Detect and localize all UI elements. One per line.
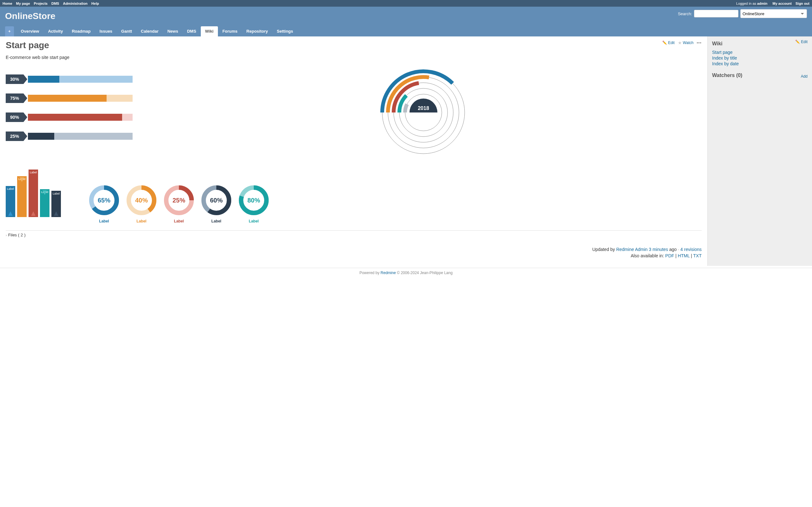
- sidebar-link-index-title[interactable]: Index by title: [712, 55, 737, 60]
- more-actions-icon[interactable]: •••: [697, 41, 702, 45]
- logged-as: Logged in as admin: [736, 2, 767, 5]
- tab-gantt[interactable]: Gantt: [117, 26, 136, 37]
- bar: Label: [40, 189, 49, 217]
- tab-activity[interactable]: Activity: [44, 26, 67, 37]
- progress-fill: [28, 76, 59, 83]
- nav-projects[interactable]: Projects: [34, 2, 48, 5]
- progress-fill: [28, 133, 54, 140]
- search-label: Search:: [678, 11, 692, 16]
- new-object-button[interactable]: +: [5, 26, 14, 37]
- progress-track: [28, 133, 133, 140]
- project-select[interactable]: OnlineStore: [740, 9, 807, 18]
- progress-label: 25%: [6, 131, 23, 141]
- tab-issues[interactable]: Issues: [95, 26, 117, 37]
- redmine-link[interactable]: Redmine: [380, 271, 396, 275]
- chevron-right-icon: ›: [6, 233, 7, 237]
- donut-label: Label: [88, 219, 120, 223]
- chart-progress-bars: 30%75%90%25%: [6, 65, 133, 160]
- donut-label: Label: [238, 219, 270, 223]
- donut-label: Label: [200, 219, 232, 223]
- bar: Label: [29, 170, 38, 217]
- tab-calendar[interactable]: Calendar: [136, 26, 163, 37]
- footer: Powered by Redmine © 2006-2024 Jean-Phil…: [0, 268, 812, 278]
- progress-label: 75%: [6, 94, 23, 103]
- tab-dms[interactable]: DMS: [183, 26, 201, 37]
- sidebar-watchers-heading: Watchers (0): [712, 72, 742, 78]
- nav-my-page[interactable]: My page: [16, 2, 30, 5]
- pencil-icon: [795, 40, 800, 44]
- wiki-content: E-commerce web site start page 30%75%90%…: [6, 55, 702, 258]
- export-pdf[interactable]: PDF: [665, 253, 674, 258]
- quick-search: Search: OnlineStore: [678, 9, 807, 18]
- watch-link[interactable]: Watch: [678, 40, 694, 45]
- edit-page-link[interactable]: Edit: [662, 41, 675, 45]
- donut-label: Label: [163, 219, 195, 223]
- search-input[interactable]: [694, 10, 739, 17]
- donut: 80%Label: [238, 184, 270, 223]
- svg-text:40%: 40%: [135, 197, 148, 204]
- tab-repository[interactable]: Repository: [242, 26, 272, 37]
- export-txt[interactable]: TXT: [693, 253, 702, 258]
- tab-settings[interactable]: Settings: [272, 26, 298, 37]
- progress-fill: [28, 95, 107, 102]
- author-link[interactable]: Redmine Admin: [616, 247, 648, 252]
- export-html[interactable]: HTML: [678, 253, 690, 258]
- progress-track: [28, 114, 133, 121]
- donut-label: Label: [125, 219, 157, 223]
- progress-track: [28, 95, 133, 102]
- pencil-icon: [662, 41, 667, 45]
- bar: Label: [17, 176, 27, 217]
- header: Search: OnlineStore OnlineStore + Overvi…: [0, 7, 812, 37]
- add-watcher-link[interactable]: Add: [801, 74, 808, 78]
- svg-text:80%: 80%: [247, 197, 260, 204]
- page-title: Start page: [6, 40, 702, 50]
- nav-my-account[interactable]: My account: [772, 2, 792, 5]
- donut: 25%Label: [163, 184, 195, 223]
- content: Edit Watch ••• Start page E-commerce web…: [0, 37, 707, 266]
- page-description: E-commerce web site start page: [6, 55, 702, 60]
- sidebar: Edit Wiki Start page Index by title Inde…: [707, 37, 812, 266]
- star-icon: [678, 40, 682, 45]
- top-menu-left: Home My page Projects DMS Administration…: [3, 2, 99, 5]
- chart-radial: 2018: [145, 65, 702, 160]
- svg-text:2018: 2018: [418, 106, 429, 111]
- updated-time-link[interactable]: 3 minutes: [649, 247, 668, 252]
- donut: 65%Label: [88, 184, 120, 223]
- svg-text:25%: 25%: [172, 197, 185, 204]
- top-menu: Home My page Projects DMS Administration…: [0, 0, 812, 7]
- bar: Label: [51, 191, 61, 217]
- files-toggle[interactable]: › Files (2): [6, 230, 702, 237]
- revisions-link[interactable]: 4 revisions: [680, 247, 702, 252]
- sidebar-link-index-date[interactable]: Index by date: [712, 61, 739, 66]
- main-menu: + Overview Activity Roadmap Issues Gantt…: [5, 26, 807, 37]
- contextual-actions: Edit Watch •••: [662, 40, 702, 45]
- nav-dms[interactable]: DMS: [51, 2, 59, 5]
- nav-sign-out[interactable]: Sign out: [796, 2, 809, 5]
- sidebar-wiki-heading: Wiki: [712, 41, 808, 47]
- donut: 40%Label: [125, 184, 157, 223]
- sidebar-link-start-page[interactable]: Start page: [712, 50, 733, 55]
- progress-track: [28, 76, 133, 83]
- svg-text:60%: 60%: [210, 197, 223, 204]
- progress-fill: [28, 114, 122, 121]
- sidebar-edit-link[interactable]: Edit: [795, 40, 808, 44]
- donut: 60%Label: [200, 184, 232, 223]
- progress-label: 90%: [6, 112, 23, 122]
- tab-overview[interactable]: Overview: [16, 26, 44, 37]
- nav-help[interactable]: Help: [91, 2, 99, 5]
- logged-user-link[interactable]: admin: [757, 2, 767, 5]
- chart-donuts: 65%Label40%Label25%Label60%Label80%Label: [88, 184, 270, 223]
- svg-text:65%: 65%: [98, 197, 110, 204]
- tab-wiki[interactable]: Wiki: [201, 26, 218, 37]
- tab-roadmap[interactable]: Roadmap: [67, 26, 95, 37]
- nav-administration[interactable]: Administration: [63, 2, 88, 5]
- tab-news[interactable]: News: [163, 26, 183, 37]
- progress-label: 30%: [6, 74, 23, 84]
- wiki-footer: Updated by Redmine Admin 3 minutes ago ·…: [6, 247, 702, 258]
- chart-vertical-bars: LabelLabelLabelLabelLabel: [6, 170, 69, 223]
- nav-home[interactable]: Home: [3, 2, 12, 5]
- bar: Label: [6, 186, 15, 217]
- tab-forums[interactable]: Forums: [218, 26, 242, 37]
